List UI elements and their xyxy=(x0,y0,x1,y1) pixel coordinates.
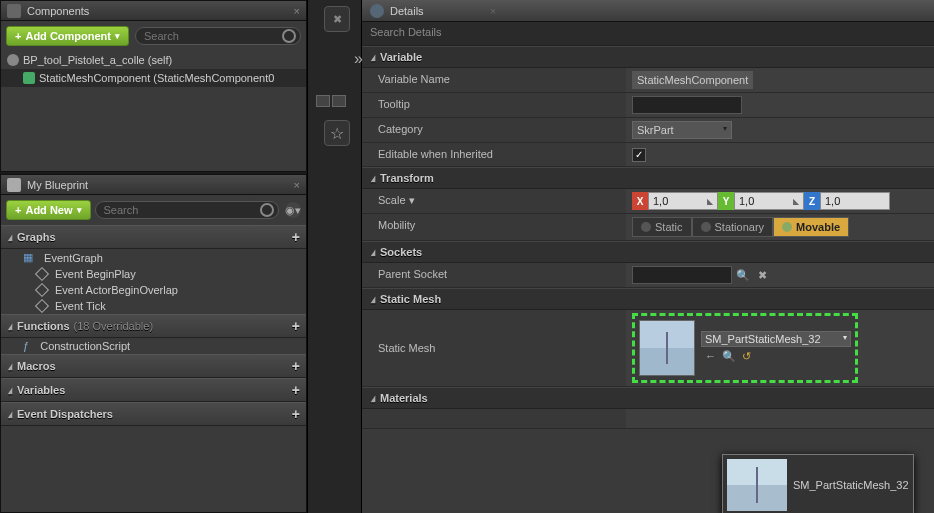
event-icon xyxy=(35,283,49,297)
cat-transform-label: Transform xyxy=(380,172,434,184)
cat-sockets-label: Sockets xyxy=(380,246,422,258)
static-mesh-label: Static Mesh xyxy=(362,310,626,386)
add-component-button[interactable]: Add Component xyxy=(6,26,129,46)
mobility-stationary[interactable]: Stationary xyxy=(692,217,774,237)
category-static-mesh[interactable]: Static Mesh xyxy=(362,288,934,310)
tooltip-text: SM_PartStaticMesh_32 xyxy=(793,479,909,491)
add-dispatcher-button[interactable]: + xyxy=(292,406,300,422)
dispatchers-section[interactable]: Event Dispatchers+ xyxy=(1,402,306,426)
clear-icon[interactable]: ✖ xyxy=(758,269,767,282)
arrow-left-icon[interactable]: ← xyxy=(705,350,716,363)
tooltip-input[interactable] xyxy=(632,96,742,114)
eventgraph-item[interactable]: ▦ EventGraph xyxy=(1,249,306,266)
tooltip-label: Tooltip xyxy=(362,93,626,117)
graphs-section[interactable]: Graphs+ xyxy=(1,225,306,249)
tooltip-thumbnail xyxy=(727,459,787,511)
category-sockets[interactable]: Sockets xyxy=(362,241,934,263)
component-child-label: StaticMeshComponent (StaticMeshComponent… xyxy=(39,72,274,84)
search-icon[interactable]: 🔍 xyxy=(722,350,736,363)
scale-text: Scale xyxy=(378,194,406,206)
functions-section[interactable]: Functions(18 Overridable)+ xyxy=(1,314,306,338)
event-item[interactable]: Event ActorBeginOverlap xyxy=(1,282,306,298)
event-label: Event Tick xyxy=(55,300,106,312)
graphs-label: Graphs xyxy=(17,231,56,243)
search-placeholder: Search Details xyxy=(370,26,442,38)
search-icon[interactable]: 🔍 xyxy=(736,269,750,282)
mobility-label: Mobility xyxy=(362,214,626,240)
variables-label: Variables xyxy=(17,384,65,396)
event-label: Event BeginPlay xyxy=(55,268,136,280)
static-mesh-combo[interactable]: SM_PartStaticMesh_32 xyxy=(701,331,851,347)
functions-info: (18 Overridable) xyxy=(74,320,153,332)
macros-section[interactable]: Macros+ xyxy=(1,354,306,378)
close-icon[interactable]: × xyxy=(294,179,300,191)
category-variable[interactable]: Variable xyxy=(362,46,934,68)
star-icon[interactable]: ☆ xyxy=(324,120,350,146)
component-root-item[interactable]: BP_tool_Pistolet_a_colle (self) xyxy=(1,51,306,69)
myblueprint-tab-header[interactable]: My Blueprint × xyxy=(1,175,306,195)
eye-icon[interactable]: ◉▾ xyxy=(285,202,301,218)
macros-label: Macros xyxy=(17,360,56,372)
editable-checkbox[interactable]: ✓ xyxy=(632,148,646,162)
mob-stationary-label: Stationary xyxy=(715,221,765,233)
scale-x-value: 1,0 xyxy=(653,195,668,207)
scale-y-value: 1,0 xyxy=(739,195,754,207)
add-function-button[interactable]: + xyxy=(292,318,300,334)
components-tab-label: Components xyxy=(27,5,89,17)
component-child-item[interactable]: StaticMeshComponent (StaticMeshComponent… xyxy=(1,69,306,87)
scale-vector: X1,0◣ Y1,0◣ Z1,0 xyxy=(632,192,890,210)
add-new-button[interactable]: Add New xyxy=(6,200,91,220)
category-label: Category xyxy=(362,118,626,142)
variables-section[interactable]: Variables+ xyxy=(1,378,306,402)
components-search-input[interactable] xyxy=(135,27,301,45)
middle-toolbar: ✖ » ☆ xyxy=(307,0,362,513)
details-search-input[interactable]: Search Details xyxy=(362,22,934,46)
close-icon[interactable]: × xyxy=(490,5,496,17)
scale-x-input[interactable]: 1,0◣ xyxy=(648,192,718,210)
static-mesh-slot[interactable]: SM_PartStaticMesh_32 ← 🔍 ↺ xyxy=(632,313,858,383)
scale-z-value: 1,0 xyxy=(825,195,840,207)
cat-variable-label: Variable xyxy=(380,51,422,63)
add-macro-button[interactable]: + xyxy=(292,358,300,374)
editable-label: Editable when Inherited xyxy=(362,143,626,166)
event-label: Event ActorBeginOverlap xyxy=(55,284,178,296)
cat-materials-label: Materials xyxy=(380,392,428,404)
x-axis-label: X xyxy=(632,192,648,210)
event-icon xyxy=(35,299,49,313)
mesh-thumbnail[interactable] xyxy=(639,320,695,376)
mobility-movable[interactable]: Movable xyxy=(773,217,849,237)
book-icon xyxy=(7,178,21,192)
details-icon xyxy=(370,4,384,18)
construction-item[interactable]: ƒ ConstructionScript xyxy=(1,338,306,354)
cat-staticmesh-label: Static Mesh xyxy=(380,293,441,305)
parent-socket-input[interactable] xyxy=(632,266,732,284)
add-variable-button[interactable]: + xyxy=(292,382,300,398)
myblueprint-search-input[interactable] xyxy=(95,201,280,219)
event-item[interactable]: Event BeginPlay xyxy=(1,266,306,282)
scale-z-input[interactable]: 1,0 xyxy=(820,192,890,210)
scale-y-input[interactable]: 1,0◣ xyxy=(734,192,804,210)
category-combo[interactable]: SkrPart xyxy=(632,121,732,139)
reset-icon[interactable]: ↺ xyxy=(742,350,751,363)
layout-icons[interactable] xyxy=(316,95,346,107)
mesh-icon xyxy=(23,72,35,84)
event-icon xyxy=(35,267,49,281)
components-icon xyxy=(7,4,21,18)
asset-tooltip: SM_PartStaticMesh_32 xyxy=(722,454,914,513)
category-value: SkrPart xyxy=(637,124,674,136)
event-item[interactable]: Event Tick xyxy=(1,298,306,314)
details-tab-label: Details xyxy=(390,5,424,17)
close-icon[interactable]: × xyxy=(294,5,300,17)
static-mesh-value: SM_PartStaticMesh_32 xyxy=(705,333,821,345)
wrench-icon[interactable]: ✖ xyxy=(324,6,350,32)
category-transform[interactable]: Transform xyxy=(362,167,934,189)
category-materials[interactable]: Materials xyxy=(362,387,934,409)
actor-icon xyxy=(7,54,19,66)
dispatchers-label: Event Dispatchers xyxy=(17,408,113,420)
component-root-label: BP_tool_Pistolet_a_colle (self) xyxy=(23,54,172,66)
add-graph-button[interactable]: + xyxy=(292,229,300,245)
components-tab-header[interactable]: Components × xyxy=(1,1,306,21)
details-tab-header[interactable]: Details × xyxy=(362,0,934,22)
variable-name-label: Variable Name xyxy=(362,68,626,92)
mobility-static[interactable]: Static xyxy=(632,217,692,237)
